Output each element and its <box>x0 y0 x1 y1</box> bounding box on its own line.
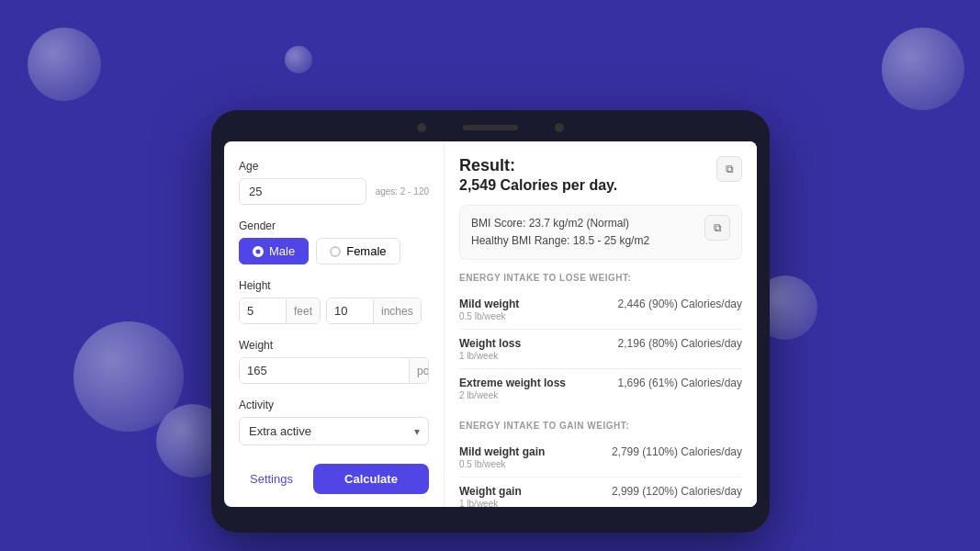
female-radio <box>330 246 341 257</box>
lose-item-mild-label-group: Mild weight 0.5 lb/week <box>459 298 519 321</box>
gain-section-label: ENERGY INTAKE TO GAIN WEIGHT: <box>459 421 742 431</box>
activity-label: Activity <box>239 399 429 411</box>
background-bubble <box>28 28 101 101</box>
gain-item-mild-sub: 0.5 lb/week <box>459 459 545 469</box>
weight-input[interactable] <box>240 358 409 383</box>
bmi-card: BMI Score: 23.7 kg/m2 (Normal) Healthy B… <box>459 205 742 260</box>
gain-item-normal-sub: 1 lb/week <box>459 499 522 507</box>
gain-item-mild-value: 2,799 (110%) Calories/day <box>612 445 742 458</box>
background-bubble <box>73 321 184 432</box>
height-inputs: feet inches <box>239 298 429 324</box>
lose-item-mild-label: Mild weight <box>459 298 519 310</box>
tablet-camera-right <box>555 123 564 132</box>
copy-bmi-button[interactable]: ⧉ <box>704 215 730 241</box>
weight-field-group: Weight pounds <box>239 339 429 384</box>
weight-input-group: pounds <box>239 357 429 384</box>
lose-item-normal-sub: 1 lb/week <box>459 351 521 361</box>
lose-items: Mild weight 0.5 lb/week 2,446 (90%) Calo… <box>459 290 742 408</box>
gender-male-label: Male <box>269 244 295 258</box>
calculate-button[interactable]: Calculate <box>313 464 429 494</box>
activity-select[interactable]: Sedentary Lightly active Moderately acti… <box>239 417 429 445</box>
settings-button[interactable]: Settings <box>239 465 304 493</box>
height-inches-input[interactable] <box>327 298 373 323</box>
copy-icon: ⧉ <box>726 163 734 175</box>
gender-label: Gender <box>239 219 429 232</box>
tablet-device: Age ages: 2 - 120 Gender Male <box>211 110 770 533</box>
copy-calories-button[interactable]: ⧉ <box>716 156 742 182</box>
gain-items: Mild weight gain 0.5 lb/week 2,799 (110%… <box>459 438 742 507</box>
lose-item-normal-label-group: Weight loss 1 lb/week <box>459 337 521 361</box>
background-bubble <box>882 28 964 110</box>
lose-item-normal-label: Weight loss <box>459 337 521 350</box>
gender-options: Male Female <box>239 238 429 264</box>
weight-label: Weight <box>239 339 429 352</box>
gender-female-label: Female <box>346 244 386 258</box>
form-panel: Age ages: 2 - 120 Gender Male <box>224 141 445 507</box>
gain-item-normal: Weight gain 1 lb/week 2,999 (120%) Calor… <box>459 478 742 507</box>
height-inches-input-group: inches <box>326 298 422 324</box>
gender-male-option[interactable]: Male <box>239 238 309 264</box>
tablet-screen: Age ages: 2 - 120 Gender Male <box>224 141 757 507</box>
background-bubble <box>285 46 312 73</box>
age-input[interactable] <box>239 178 366 205</box>
gain-item-normal-label: Weight gain <box>459 485 522 498</box>
lose-item-extreme-sub: 2 lb/week <box>459 390 566 400</box>
activity-select-wrapper: Sedentary Lightly active Moderately acti… <box>239 417 429 445</box>
tablet-header <box>224 123 757 132</box>
results-panel: Result: 2,549 Calories per day. ⧉ BMI Sc… <box>445 141 757 507</box>
gain-item-mild: Mild weight gain 0.5 lb/week 2,799 (110%… <box>459 438 742 478</box>
lose-item-normal: Weight loss 1 lb/week 2,196 (80%) Calori… <box>459 330 742 369</box>
height-feet-input-group: feet <box>239 298 321 324</box>
lose-item-extreme-value: 1,696 (61%) Calories/day <box>618 377 742 389</box>
activity-field-group: Activity Sedentary Lightly active Modera… <box>239 399 429 445</box>
lose-item-mild: Mild weight 0.5 lb/week 2,446 (90%) Calo… <box>459 290 742 330</box>
result-title: Result: <box>459 156 515 174</box>
tablet-camera <box>417 123 426 132</box>
height-field-group: Height feet inches <box>239 279 429 324</box>
lose-weight-section: ENERGY INTAKE TO LOSE WEIGHT: Mild weigh… <box>459 273 742 408</box>
inches-unit: inches <box>373 299 421 323</box>
lose-item-extreme-label-group: Extreme weight loss 2 lb/week <box>459 377 566 400</box>
height-feet-input[interactable] <box>240 298 286 323</box>
pounds-unit: pounds <box>409 359 429 383</box>
gain-item-normal-value: 2,999 (120%) Calories/day <box>612 485 742 498</box>
gain-item-mild-label-group: Mild weight gain 0.5 lb/week <box>459 445 545 469</box>
age-hint: ages: 2 - 120 <box>376 186 429 197</box>
gender-field-group: Gender Male Female <box>239 219 429 264</box>
gain-weight-section: ENERGY INTAKE TO GAIN WEIGHT: Mild weigh… <box>459 421 742 507</box>
lose-item-extreme: Extreme weight loss 2 lb/week 1,696 (61%… <box>459 369 742 408</box>
male-radio <box>253 246 264 257</box>
form-buttons: Settings Calculate <box>239 464 429 494</box>
lose-item-normal-value: 2,196 (80%) Calories/day <box>618 337 742 350</box>
bmi-score: BMI Score: 23.7 kg/m2 (Normal) <box>471 215 649 232</box>
tablet-speaker <box>463 125 518 130</box>
gender-female-option[interactable]: Female <box>316 238 400 264</box>
result-header: Result: 2,549 Calories per day. ⧉ <box>459 156 742 194</box>
gain-item-normal-label-group: Weight gain 1 lb/week <box>459 485 522 507</box>
gain-item-mild-label: Mild weight gain <box>459 445 545 458</box>
height-label: Height <box>239 279 429 292</box>
lose-section-label: ENERGY INTAKE TO LOSE WEIGHT: <box>459 273 742 283</box>
bmi-text-block: BMI Score: 23.7 kg/m2 (Normal) Healthy B… <box>471 215 649 250</box>
feet-unit: feet <box>286 299 320 323</box>
bmi-range: Healthy BMI Range: 18.5 - 25 kg/m2 <box>471 232 649 250</box>
result-calories: 2,549 Calories per day. <box>459 177 617 194</box>
age-field-group: Age ages: 2 - 120 <box>239 160 429 205</box>
copy-icon-bmi: ⧉ <box>714 221 722 234</box>
result-title-block: Result: 2,549 Calories per day. <box>459 156 617 194</box>
lose-item-extreme-label: Extreme weight loss <box>459 377 566 389</box>
lose-item-mild-sub: 0.5 lb/week <box>459 311 519 321</box>
age-label: Age <box>239 160 429 173</box>
lose-item-mild-value: 2,446 (90%) Calories/day <box>618 298 742 310</box>
